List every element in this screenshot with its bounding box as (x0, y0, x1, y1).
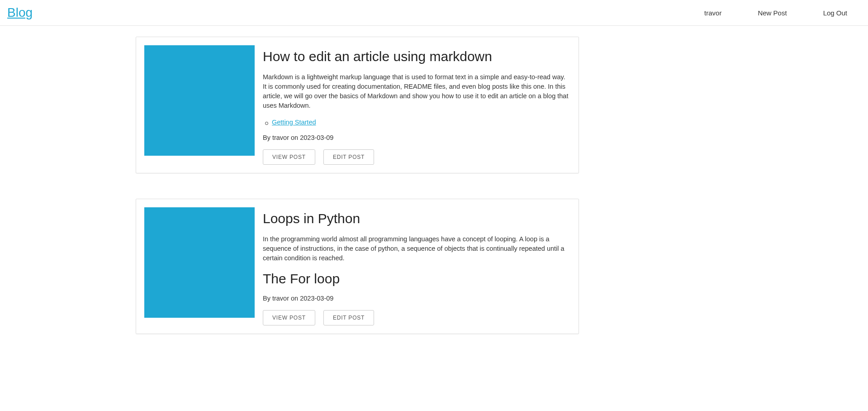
nav-log-out[interactable]: Log Out (823, 9, 847, 17)
posts-container: How to edit an article using markdown Ma… (136, 37, 579, 334)
post-title: How to edit an article using markdown (263, 49, 570, 64)
post-actions: VIEW POST EDIT POST (263, 310, 570, 325)
list-item: Getting Started (263, 119, 570, 126)
brand-link[interactable]: Blog (7, 5, 33, 20)
post-actions: VIEW POST EDIT POST (263, 149, 570, 165)
post-byline: By travor on 2023-03-09 (263, 295, 570, 302)
nav: travor New Post Log Out (704, 9, 861, 17)
post-body: Loops in Python In the programming world… (263, 207, 570, 325)
post-excerpt: In the programming world almost all prog… (263, 234, 570, 263)
post-body: How to edit an article using markdown Ma… (263, 45, 570, 165)
post-byline: By travor on 2023-03-09 (263, 134, 570, 141)
post-subheading: The For loop (263, 271, 570, 287)
edit-post-button[interactable]: EDIT POST (323, 310, 374, 325)
post-links: Getting Started (263, 119, 570, 126)
edit-post-button[interactable]: EDIT POST (323, 149, 374, 165)
header: Blog travor New Post Log Out (0, 0, 868, 26)
post-excerpt: Markdown is a lightweight markup languag… (263, 72, 570, 110)
view-post-button[interactable]: VIEW POST (263, 149, 315, 165)
nav-new-post[interactable]: New Post (758, 9, 787, 17)
view-post-button[interactable]: VIEW POST (263, 310, 315, 325)
link-getting-started[interactable]: Getting Started (272, 119, 316, 126)
post-thumbnail (144, 207, 255, 318)
post-title: Loops in Python (263, 211, 570, 226)
nav-user[interactable]: travor (704, 9, 721, 17)
post-card: Loops in Python In the programming world… (136, 199, 579, 334)
post-thumbnail (144, 45, 255, 156)
post-card: How to edit an article using markdown Ma… (136, 37, 579, 173)
